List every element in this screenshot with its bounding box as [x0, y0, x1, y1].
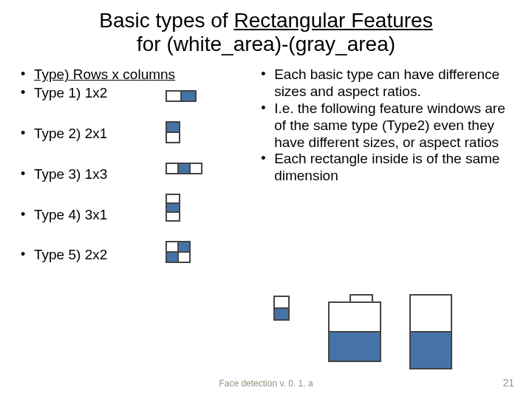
left-item-3: Type 3) 1x3 [18, 166, 252, 183]
left-list: Type) Rows x columns Type 1) 1x2 Type 2)… [18, 66, 252, 264]
type2-example-4 [409, 294, 452, 369]
slide-title: Basic types of Rectangular Features for … [0, 0, 532, 56]
content-area: Type) Rows x columns Type 1) 1x2 Type 2)… [0, 56, 532, 264]
type2-example-2 [349, 294, 373, 310]
type2-example-1 [273, 296, 290, 321]
left-heading: Type) Rows x columns [18, 66, 252, 83]
left-column: Type) Rows x columns Type 1) 1x2 Type 2)… [18, 66, 252, 264]
right-column: Each basic type can have difference size… [252, 66, 514, 264]
right-list: Each basic type can have difference size… [258, 66, 514, 185]
right-item-1: Each basic type can have difference size… [258, 66, 514, 100]
left-heading-text: Type) Rows x columns [34, 66, 175, 82]
title-line2: for (white_area)-(gray_area) [137, 33, 395, 55]
title-underlined: Rectangular Features [233, 9, 432, 32]
left-item-1: Type 1) 1x2 [18, 85, 252, 102]
right-item-3: Each rectangle inside is of the same dim… [258, 151, 514, 185]
feature-type3-icon [166, 163, 202, 174]
feature-type4-icon [166, 194, 180, 222]
footer-text: Face detection v. 0. 1. a [0, 378, 532, 389]
feature-type1-icon [166, 90, 197, 102]
title-prefix: Basic types of [99, 9, 233, 32]
left-item-5: Type 5) 2x2 [18, 247, 252, 264]
feature-type2-icon [166, 121, 180, 143]
right-item-2: I.e. the following feature windows are o… [258, 100, 514, 151]
feature-type5-icon [166, 241, 191, 263]
type2-example-3 [328, 301, 381, 362]
left-item-4: Type 4) 3x1 [18, 207, 252, 224]
page-number: 21 [502, 377, 514, 389]
left-item-2: Type 2) 2x1 [18, 126, 252, 143]
